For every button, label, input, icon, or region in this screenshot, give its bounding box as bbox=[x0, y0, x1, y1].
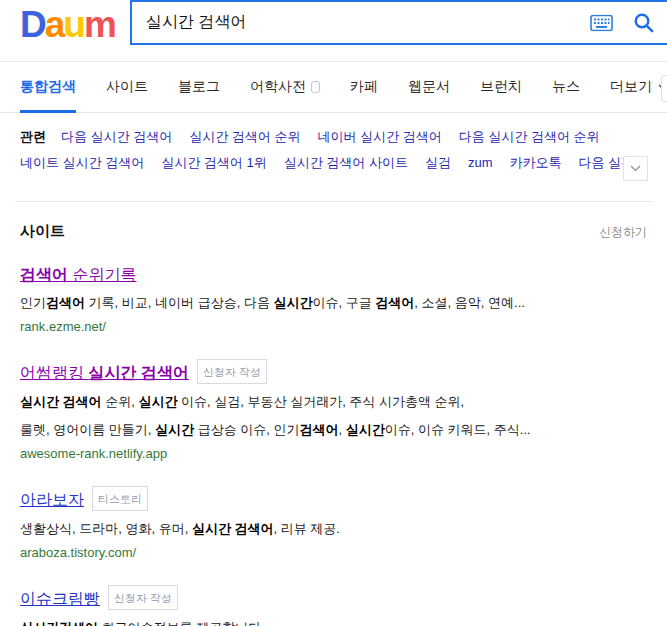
result-title-line: 아라보자티스토리 bbox=[20, 486, 647, 511]
cutoff-box-fragment bbox=[661, 75, 667, 102]
tab-blog[interactable]: 블로그 bbox=[178, 62, 220, 112]
text: 아라보자 bbox=[20, 491, 84, 508]
result-url[interactable]: rank.ezme.net/ bbox=[20, 319, 106, 334]
daum-search-page: Daum 통합검색사이트블로 bbox=[0, 0, 667, 626]
tab-news[interactable]: 뉴스 bbox=[552, 62, 580, 112]
related-links-1: 다음 실시간 검색어실시간 검색어 순위네이버 실시간 검색어다음 실시간 검색… bbox=[61, 129, 617, 144]
tab-cafe[interactable]: 카페 bbox=[350, 62, 378, 112]
highlighted-text: 실시간 bbox=[155, 422, 194, 437]
result-url[interactable]: awesome-rank.netlify.app bbox=[20, 446, 167, 461]
related-keyword-link[interactable]: zum bbox=[468, 155, 493, 170]
search-button[interactable] bbox=[633, 12, 655, 34]
related-links-2: 네이트 실시간 검색어실시간 검색어 1위실시간 검색어 사이트실검zum카카오… bbox=[20, 155, 651, 170]
site-results-section: 사이트 신청하기 검색어 순위기록인기검색어 기록, 비교, 네이버 급상승, … bbox=[0, 222, 667, 626]
virtual-keyboard-button[interactable] bbox=[590, 14, 613, 31]
tab-label: 브런치 bbox=[480, 78, 522, 96]
result-description: 생활상식, 드라마, 영화, 유머, 실시간 검색어, 리뷰 제공. bbox=[20, 519, 647, 539]
search-result: 어썸랭킹 실시간 검색어신청자 작성실시간 검색어 순위, 실시간 이슈, 실검… bbox=[20, 359, 647, 462]
text: 이슈크림빵 bbox=[20, 590, 100, 607]
result-title-link[interactable]: 이슈크림빵 bbox=[20, 590, 100, 607]
result-badge: 신청자 작성 bbox=[108, 585, 178, 610]
site-section-title: 사이트 bbox=[20, 222, 65, 241]
logo-letter: D bbox=[20, 4, 45, 45]
header: Daum bbox=[0, 0, 667, 62]
section-divider bbox=[15, 201, 652, 202]
related-row-2: 네이트 실시간 검색어실시간 검색어 1위실시간 검색어 사이트실검zum카카오… bbox=[20, 150, 607, 176]
highlighted-text: 실시간 검색어 bbox=[20, 394, 102, 409]
logo-letter: u bbox=[63, 4, 84, 45]
related-keyword-link[interactable]: 다음 실시간 검색어 bbox=[61, 129, 172, 144]
highlighted-text: 검색어 bbox=[375, 295, 414, 310]
result-description: 실시간 검색어 순위, 실시간 이슈, 실검, 부동산 실거래가, 주식 시가총… bbox=[20, 392, 647, 412]
search-result: 아라보자티스토리생활상식, 드라마, 영화, 유머, 실시간 검색어, 리뷰 제… bbox=[20, 486, 647, 561]
related-expand-button[interactable] bbox=[623, 156, 648, 181]
tab-unified-search[interactable]: 통합검색 bbox=[20, 62, 76, 112]
site-section-header: 사이트 신청하기 bbox=[20, 222, 647, 241]
related-keyword-link[interactable]: 실검 bbox=[425, 155, 451, 170]
search-icon bbox=[633, 12, 655, 34]
logo-letter: m bbox=[84, 4, 115, 45]
highlighted-text: 실시간 bbox=[346, 422, 385, 437]
text: 어썸랭킹 bbox=[20, 364, 88, 381]
related-keyword-link[interactable]: 실시간 검색어 순위 bbox=[189, 129, 300, 144]
search-result: 이슈크림빵신청자 작성실시간검색어 최근이슈정보를 제공합니다.뉴스 실시간검색… bbox=[20, 585, 647, 626]
result-title-line: 검색어 순위기록 bbox=[20, 265, 647, 285]
related-label: 관련 bbox=[20, 129, 46, 144]
tab-brunch[interactable]: 브런치 bbox=[480, 62, 522, 112]
text: 순위, bbox=[102, 394, 139, 409]
related-keyword-link[interactable]: 실시간 검색어 1위 bbox=[161, 155, 266, 170]
text: 이슈, 구글 bbox=[313, 295, 376, 310]
tab-label: 통합검색 bbox=[20, 78, 76, 96]
text: 생활상식, 드라마, 영화, 유머, bbox=[20, 521, 192, 536]
result-description: 실시간검색어 최근이슈정보를 제공합니다. bbox=[20, 618, 647, 626]
daum-logo[interactable]: Daum bbox=[20, 4, 115, 46]
text: 이슈, 이슈 키워드, 주식... bbox=[385, 422, 531, 437]
related-keyword-link[interactable]: 다음 실시간 검색어 순위 bbox=[459, 129, 600, 144]
text: 급상승 이슈, 인기 bbox=[194, 422, 299, 437]
keyboard-icon bbox=[590, 14, 613, 31]
result-description: 룰렛, 영어이름 만들기, 실시간 급상승 이슈, 인기검색어, 실시간이슈, … bbox=[20, 420, 647, 440]
highlighted-text: 검색어 bbox=[300, 422, 339, 437]
text: 룰렛, 영어이름 만들기, bbox=[20, 422, 155, 437]
result-description: 인기검색어 기록, 비교, 네이버 급상승, 다음 실시간이슈, 구글 검색어,… bbox=[20, 293, 647, 313]
tab-label: 카페 bbox=[350, 78, 378, 96]
tab-more[interactable]: 더보기 bbox=[610, 62, 667, 112]
result-url[interactable]: araboza.tistory.com/ bbox=[20, 545, 136, 560]
tab-label: 더보기 bbox=[610, 78, 652, 96]
related-keyword-link[interactable]: 실시간 검색어 사이트 bbox=[284, 155, 408, 170]
result-badge: 티스토리 bbox=[92, 486, 148, 511]
app-box-icon bbox=[311, 81, 320, 93]
results-list: 검색어 순위기록인기검색어 기록, 비교, 네이버 급상승, 다음 실시간이슈,… bbox=[20, 265, 647, 626]
result-title-link[interactable]: 검색어 순위기록 bbox=[20, 266, 136, 283]
result-title-line: 이슈크림빵신청자 작성 bbox=[20, 585, 647, 610]
highlighted-text: 실시간 bbox=[274, 295, 313, 310]
highlighted-text: 실시간 검색어 bbox=[192, 521, 274, 536]
highlighted-text: 검색어 bbox=[46, 295, 85, 310]
related-row-1: 관련다음 실시간 검색어실시간 검색어 순위네이버 실시간 검색어다음 실시간 … bbox=[20, 124, 607, 150]
text: , 소셜, 음악, 연예... bbox=[414, 295, 525, 310]
tab-label: 웹문서 bbox=[408, 78, 450, 96]
search-result: 검색어 순위기록인기검색어 기록, 비교, 네이버 급상승, 다음 실시간이슈,… bbox=[20, 265, 647, 335]
tab-label: 뉴스 bbox=[552, 78, 580, 96]
tab-site[interactable]: 사이트 bbox=[106, 62, 148, 112]
chevron-down-icon bbox=[630, 165, 641, 172]
search-input[interactable] bbox=[132, 2, 562, 43]
tab-dictionary[interactable]: 어학사전 bbox=[250, 62, 320, 112]
tab-web-doc[interactable]: 웹문서 bbox=[408, 62, 450, 112]
related-keyword-link[interactable]: 네이트 실시간 검색어 bbox=[20, 155, 144, 170]
related-keywords-panel: 관련다음 실시간 검색어실시간 검색어 순위네이버 실시간 검색어다음 실시간 … bbox=[0, 113, 667, 189]
text: 최근이슈정보를 제공합니다. bbox=[98, 620, 265, 626]
tab-label: 어학사전 bbox=[250, 78, 306, 96]
related-keyword-link[interactable]: 네이버 실시간 검색어 bbox=[317, 129, 441, 144]
highlighted-text: 실시간 검색어 bbox=[88, 364, 188, 381]
text: 기록, 비교, 네이버 급상승, 다음 bbox=[85, 295, 274, 310]
text: 순위기록 bbox=[68, 266, 136, 283]
result-title-line: 어썸랭킹 실시간 검색어신청자 작성 bbox=[20, 359, 647, 384]
result-title-link[interactable]: 어썸랭킹 실시간 검색어 bbox=[20, 364, 189, 381]
text: , bbox=[339, 422, 346, 437]
apply-link[interactable]: 신청하기 bbox=[599, 224, 647, 241]
related-keyword-link[interactable]: 카카오톡 bbox=[510, 155, 562, 170]
result-badge: 신청자 작성 bbox=[197, 359, 267, 384]
result-title-link[interactable]: 아라보자 bbox=[20, 491, 84, 508]
tab-label: 블로그 bbox=[178, 78, 220, 96]
